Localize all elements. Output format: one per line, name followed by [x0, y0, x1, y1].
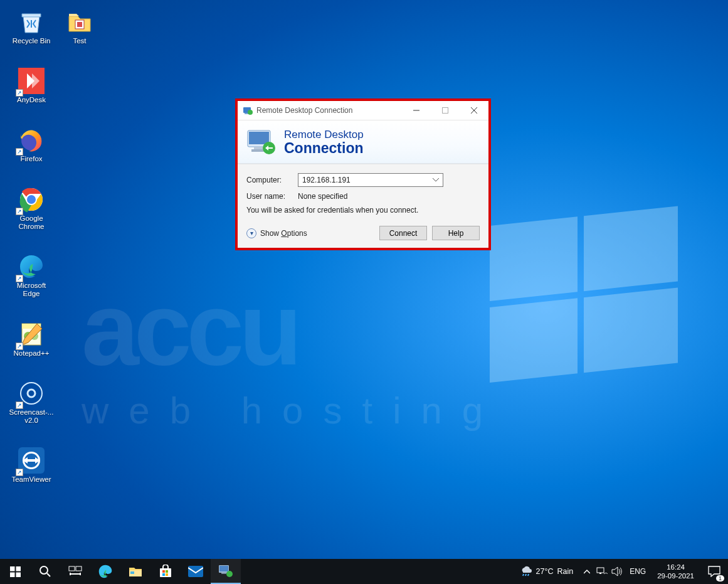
svg-rect-20 [77, 22, 82, 27]
desktop-icon-label: Recycle Bin [13, 37, 51, 45]
recycle-bin-icon [18, 9, 45, 35]
desktop[interactable]: accu web hosting Recycle Bin ↗ AnyD [0, 0, 728, 559]
chevron-down-circle-icon: ▾ [246, 228, 256, 238]
rdc-banner: Remote Desktop Connection [238, 120, 488, 164]
desktop-icon-notepadpp[interactable]: ↗ Notepad++ [8, 321, 55, 358]
username-value: None specified [298, 192, 347, 201]
svg-rect-46 [166, 573, 168, 576]
username-label: User name: [246, 192, 289, 201]
desktop-icon-label: TeamViewer [11, 475, 51, 484]
search-icon [39, 565, 51, 578]
tray-time: 16:24 [657, 563, 694, 571]
tray-language[interactable]: ENG [625, 567, 651, 576]
close-button[interactable] [460, 101, 488, 120]
desktop-icon-anydesk[interactable]: ↗ AnyDesk [8, 68, 55, 104]
show-options-toggle[interactable]: ▾ Show Options [246, 228, 307, 238]
svg-rect-39 [80, 573, 81, 575]
desktop-icon-label: Notepad++ [14, 349, 50, 358]
rdc-body: Computer: 192.168.1.191 User name: None … [238, 164, 488, 248]
svg-rect-32 [10, 572, 15, 577]
tray-action-center[interactable]: 1 [700, 566, 728, 577]
search-button[interactable] [30, 559, 60, 584]
rdc-banner-line1: Remote Desktop [284, 129, 364, 141]
svg-rect-52 [597, 568, 604, 573]
rdc-title-text: Remote Desktop Connection [256, 106, 402, 115]
minimize-button[interactable] [402, 101, 431, 120]
network-icon [596, 566, 608, 576]
desktop-icon-chrome[interactable]: ↗ Google Chrome [8, 186, 55, 231]
shortcut-arrow-icon: ↗ [16, 89, 23, 97]
desktop-icon-label: Firefox [20, 155, 42, 163]
notification-badge: 1 [716, 575, 724, 581]
task-view-button[interactable] [60, 559, 90, 584]
tray-date: 29-09-2021 [657, 571, 694, 580]
svg-rect-18 [27, 459, 36, 462]
rdc-banner-line2: Connection [284, 141, 364, 156]
tray-clock[interactable]: 16:24 29-09-2021 [651, 563, 700, 581]
taskbar-app-store[interactable] [150, 559, 181, 584]
rdc-taskbar-icon [218, 564, 233, 578]
rdc-titlebar[interactable]: Remote Desktop Connection [238, 101, 488, 120]
svg-point-23 [248, 110, 253, 115]
folder-icon [66, 9, 93, 35]
tray-network-icon[interactable] [594, 559, 609, 584]
taskbar-app-rdc[interactable] [211, 559, 241, 584]
desktop-icon-teamviewer[interactable]: ↗ TeamViewer [8, 447, 55, 484]
show-options-label: Show Options [260, 229, 307, 238]
file-explorer-icon [129, 565, 142, 578]
svg-rect-37 [71, 573, 80, 575]
wallpaper-windows-logo [490, 201, 678, 389]
tray-volume-icon[interactable] [609, 559, 625, 584]
svg-rect-27 [254, 147, 264, 149]
desktop-icon-firefox[interactable]: ↗ Firefox [8, 127, 55, 163]
start-button[interactable] [0, 559, 30, 584]
taskbar-app-explorer[interactable] [120, 559, 150, 584]
desktop-icon-test-folder[interactable]: Test [61, 9, 98, 45]
computer-combo[interactable]: 192.168.1.191 [298, 173, 443, 187]
svg-rect-45 [162, 573, 165, 576]
rdc-window-icon [243, 105, 253, 115]
tray-weather[interactable]: 27°C Rain [514, 565, 580, 578]
desktop-icons-column: Recycle Bin ↗ AnyDesk ↗ Firefox [8, 9, 55, 484]
svg-rect-36 [76, 566, 82, 571]
desktop-icon-label: Google Chrome [8, 215, 55, 231]
taskbar: 27°C Rain ENG 16:24 29-09-2021 1 [0, 559, 728, 584]
watermark-accu: accu [82, 270, 297, 388]
svg-rect-44 [166, 570, 168, 573]
desktop-icon-label: Microsoft Edge [8, 282, 55, 298]
shortcut-arrow-icon: ↗ [16, 208, 23, 215]
desktop-icon-screencast[interactable]: ↗ Screencast-... v2.0 [8, 380, 55, 425]
shortcut-arrow-icon: ↗ [16, 148, 23, 156]
task-view-icon [68, 566, 82, 577]
help-button[interactable]: Help [432, 226, 480, 240]
weather-temp: 27°C [536, 567, 554, 576]
computer-value: 192.168.1.191 [302, 176, 351, 184]
svg-rect-41 [130, 571, 134, 574]
svg-rect-0 [490, 216, 578, 301]
connect-button[interactable]: Connect [379, 226, 427, 240]
svg-point-14 [28, 390, 35, 397]
tray-overflow-button[interactable] [579, 559, 594, 584]
chevron-up-icon [584, 569, 590, 574]
svg-rect-49 [219, 566, 228, 571]
desktop-icon-edge[interactable]: ↗ Microsoft Edge [8, 253, 55, 298]
desktop-icon-label: AnyDesk [17, 96, 46, 104]
svg-point-13 [21, 383, 42, 404]
svg-rect-43 [162, 570, 165, 573]
windows-start-icon [10, 566, 21, 577]
svg-rect-3 [584, 287, 678, 373]
svg-rect-47 [188, 566, 203, 577]
desktop-icon-recycle-bin[interactable]: Recycle Bin [8, 9, 55, 45]
taskbar-app-edge[interactable] [90, 559, 120, 584]
taskbar-app-mail[interactable] [181, 559, 211, 584]
credentials-hint: You will be asked for credentials when y… [246, 206, 480, 215]
rdc-banner-icon [246, 128, 277, 156]
maximize-button[interactable] [431, 101, 460, 120]
svg-rect-38 [70, 573, 71, 575]
svg-rect-24 [443, 108, 448, 114]
svg-rect-30 [10, 566, 15, 571]
svg-rect-2 [490, 298, 578, 383]
svg-point-51 [226, 571, 233, 577]
watermark-webhosting: web hosting [82, 389, 503, 432]
svg-rect-1 [584, 206, 678, 291]
